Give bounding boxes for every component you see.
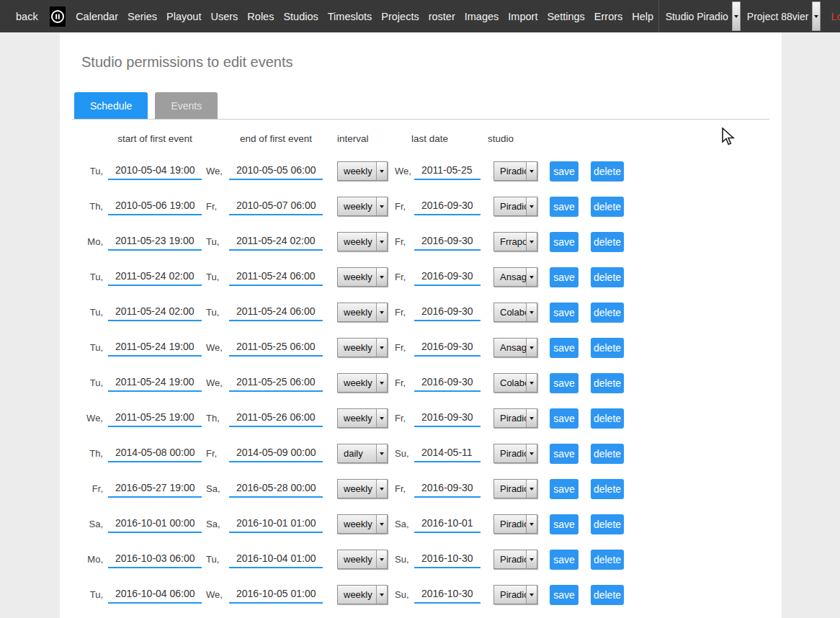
tab-schedule[interactable]: Schedule <box>74 92 148 119</box>
last-date-input[interactable] <box>414 515 481 533</box>
nav-item-settings[interactable]: Settings <box>542 11 589 22</box>
nav-item-help[interactable]: Help <box>627 11 658 22</box>
studio-select[interactable]: Piradio <box>493 161 537 181</box>
last-date-input[interactable] <box>414 374 481 392</box>
interval-select-arrow-button[interactable] <box>376 339 387 357</box>
start-datetime-input[interactable] <box>108 268 202 286</box>
start-datetime-input[interactable] <box>108 233 202 251</box>
nav-item-roles[interactable]: Roles <box>243 11 279 22</box>
end-datetime-input[interactable] <box>229 339 323 357</box>
delete-button[interactable]: delete <box>591 479 624 499</box>
start-datetime-input[interactable] <box>108 586 202 604</box>
start-datetime-input[interactable] <box>108 409 202 427</box>
studio-select-arrow-button[interactable] <box>526 374 537 392</box>
last-date-input[interactable] <box>414 550 481 568</box>
save-button[interactable]: save <box>550 550 578 570</box>
save-button[interactable]: save <box>550 267 578 287</box>
save-button[interactable]: save <box>550 514 578 534</box>
studio-select-arrow-button[interactable] <box>526 233 537 251</box>
end-datetime-input[interactable] <box>229 233 323 251</box>
studio-select-arrow-button[interactable] <box>526 409 537 427</box>
tab-events[interactable]: Events <box>155 92 218 119</box>
interval-select[interactable]: weekly <box>337 303 388 322</box>
nav-item-import[interactable]: Import <box>504 11 542 22</box>
nav-item-errors[interactable]: Errors <box>589 11 627 22</box>
studio-select[interactable]: Piradio <box>493 550 537 569</box>
studio-select[interactable]: Colabo <box>493 303 537 322</box>
delete-button[interactable]: delete <box>591 267 624 287</box>
studio-select[interactable]: Ansage <box>493 267 537 287</box>
interval-select-arrow-button[interactable] <box>376 197 387 215</box>
interval-select[interactable]: weekly <box>337 373 388 393</box>
delete-button[interactable]: delete <box>591 514 624 534</box>
studio-select-arrow-button[interactable] <box>526 197 537 215</box>
save-button[interactable]: save <box>550 197 578 217</box>
delete-button[interactable]: delete <box>591 161 624 182</box>
start-datetime-input[interactable] <box>108 515 202 533</box>
interval-select-arrow-button[interactable] <box>376 303 387 321</box>
save-button[interactable]: save <box>550 232 578 252</box>
save-button[interactable]: save <box>550 585 578 605</box>
start-datetime-input[interactable] <box>108 303 202 321</box>
studio-select-arrow-button[interactable] <box>526 303 537 321</box>
delete-button[interactable]: delete <box>591 585 624 605</box>
end-datetime-input[interactable] <box>229 374 323 392</box>
studio-select-arrow-button[interactable] <box>526 515 537 533</box>
interval-select-arrow-button[interactable] <box>376 374 387 392</box>
interval-select-arrow-button[interactable] <box>376 586 387 604</box>
back-link[interactable]: back <box>12 11 43 22</box>
save-button[interactable]: save <box>550 303 578 323</box>
logout-link[interactable]: Logout <box>821 10 840 22</box>
interval-select-arrow-button[interactable] <box>376 515 387 533</box>
last-date-input[interactable] <box>414 162 481 180</box>
studio-select-arrow-button[interactable] <box>526 162 537 180</box>
last-date-input[interactable] <box>414 339 481 357</box>
interval-select-arrow-button[interactable] <box>376 233 387 251</box>
last-date-input[interactable] <box>414 586 481 604</box>
end-datetime-input[interactable] <box>229 444 323 462</box>
last-date-input[interactable] <box>414 268 481 286</box>
last-date-input[interactable] <box>414 480 481 498</box>
delete-button[interactable]: delete <box>591 444 624 464</box>
studio-select[interactable]: Colabo <box>493 373 537 393</box>
interval-select-arrow-button[interactable] <box>376 550 387 568</box>
studio-select[interactable]: Piradio <box>493 444 537 463</box>
interval-select[interactable]: weekly <box>337 585 388 604</box>
nav-item-images[interactable]: Images <box>460 11 504 22</box>
studio-select[interactable]: Ansage <box>493 338 537 357</box>
studio-select[interactable]: Piradio <box>493 197 537 216</box>
interval-select-arrow-button[interactable] <box>376 268 387 286</box>
start-datetime-input[interactable] <box>108 162 202 180</box>
last-date-input[interactable] <box>414 409 481 427</box>
interval-select[interactable]: weekly <box>337 232 388 251</box>
end-datetime-input[interactable] <box>229 303 323 321</box>
end-datetime-input[interactable] <box>229 586 323 604</box>
save-button[interactable]: save <box>550 373 578 393</box>
studio-select[interactable]: Piradio <box>493 514 537 534</box>
interval-select-arrow-button[interactable] <box>376 409 387 427</box>
pi-radio-logo-icon[interactable] <box>50 6 66 27</box>
end-datetime-input[interactable] <box>229 268 323 286</box>
interval-select[interactable]: weekly <box>337 408 388 428</box>
studio-select-arrow-button[interactable] <box>526 586 537 604</box>
start-datetime-input[interactable] <box>108 197 202 215</box>
end-datetime-input[interactable] <box>229 550 323 568</box>
start-datetime-input[interactable] <box>108 550 202 568</box>
delete-button[interactable]: delete <box>591 550 624 570</box>
last-date-input[interactable] <box>414 233 481 251</box>
start-datetime-input[interactable] <box>108 339 202 357</box>
delete-button[interactable]: delete <box>591 373 624 393</box>
save-button[interactable]: save <box>550 444 578 464</box>
interval-select[interactable]: weekly <box>337 514 388 534</box>
end-datetime-input[interactable] <box>229 409 323 427</box>
nav-item-timeslots[interactable]: Timeslots <box>323 11 377 22</box>
delete-button[interactable]: delete <box>591 338 624 358</box>
end-datetime-input[interactable] <box>229 515 323 533</box>
save-button[interactable]: save <box>550 338 578 358</box>
studio-select-arrow-button[interactable] <box>526 480 537 498</box>
save-button[interactable]: save <box>550 161 578 182</box>
studio-select[interactable]: Piradio <box>493 479 537 498</box>
end-datetime-input[interactable] <box>229 480 323 498</box>
interval-select[interactable]: daily <box>337 444 388 463</box>
nav-item-playout[interactable]: Playout <box>162 11 206 22</box>
